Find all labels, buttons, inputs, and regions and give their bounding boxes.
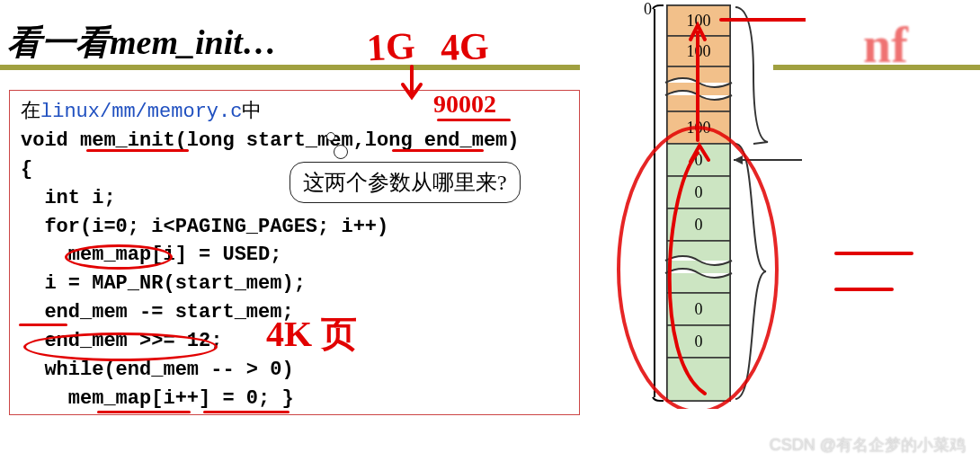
code-line: for(i=0; i<PAGING_PAGES; i++): [21, 213, 568, 242]
svg-text:0: 0: [695, 216, 703, 234]
svg-text:0: 0: [695, 183, 703, 201]
hw-underline-assign0: [203, 411, 290, 413]
svg-rect-14: [667, 241, 730, 293]
mem-zero-label: 0: [644, 0, 652, 18]
code-header-cn2: 中: [242, 99, 262, 121]
hw-underline-end: [19, 324, 67, 326]
hw-scribble-line: [834, 288, 894, 291]
code-header-cn: 在: [21, 99, 40, 121]
watermark: CSDN @有名企梦的小菜鸡: [770, 434, 966, 456]
handwritten-4g: 4G: [440, 24, 489, 69]
svg-text:0: 0: [695, 300, 703, 318]
slide-title: 看一看mem_init…: [7, 20, 277, 66]
hw-underline-meminit: [86, 149, 189, 152]
hw-scribble-line: [834, 252, 913, 255]
memory-map-diagram: 0 100 100 100 0 0 0 0 0: [590, 0, 806, 409]
handwritten-1g: 1G: [366, 24, 416, 70]
hw-circle-memmap1: [65, 244, 173, 270]
hw-underline: [437, 119, 511, 121]
svg-text:0: 0: [695, 332, 703, 350]
hw-underline-endmem: [392, 149, 484, 152]
title-underline: [0, 65, 580, 70]
hw-circle-shr12: [23, 332, 218, 361]
code-line: end_mem -= start_mem;: [21, 298, 568, 327]
handwritten-arrow-down-icon: [394, 65, 437, 108]
speech-bubble: 这两个参数从哪里来?: [290, 162, 521, 203]
svg-marker-21: [734, 155, 743, 164]
hw-underline-memmap2: [97, 411, 191, 413]
code-header: 在linux/mm/memory.c中: [21, 96, 568, 127]
code-line: i = MAP_NR(start_mem);: [21, 270, 568, 298]
svg-rect-19: [667, 358, 730, 401]
code-line: mem_map[i++] = 0; }: [21, 385, 568, 413]
code-header-path: linux/mm/memory.c: [40, 101, 242, 123]
